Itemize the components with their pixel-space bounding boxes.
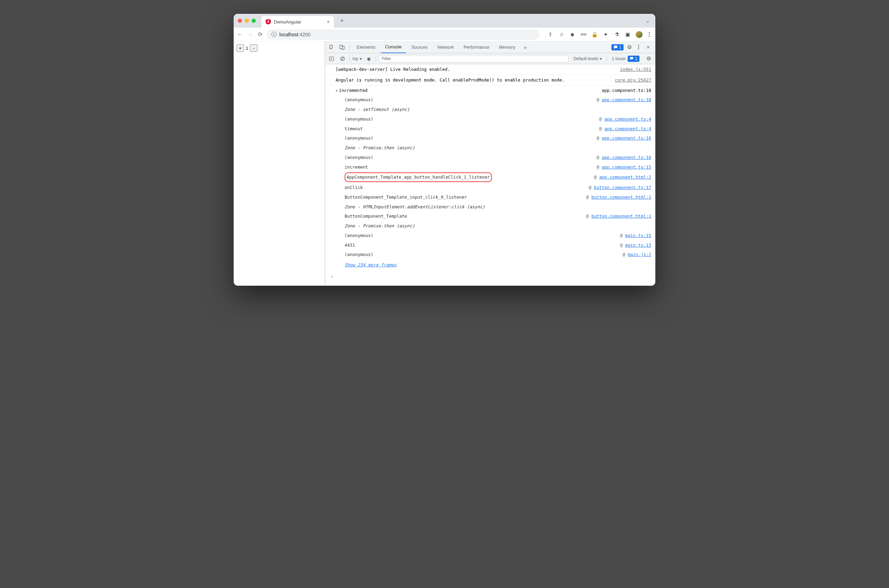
source-link[interactable]: index.js:551 xyxy=(620,65,651,74)
devtools-tabbar: Elements Console Sources Network Perform… xyxy=(325,42,655,53)
site-info-icon[interactable] xyxy=(271,32,276,37)
log-row: Angular is running in development mode. … xyxy=(325,75,655,86)
clear-console-icon[interactable] xyxy=(338,55,347,63)
log-message: [webpack-dev-server] Live Reloading enab… xyxy=(336,65,617,74)
increment-button[interactable]: + xyxy=(236,44,244,52)
source-link[interactable]: main.ts:13 xyxy=(625,243,651,248)
reader-icon[interactable]: ▣ xyxy=(625,32,631,38)
address-bar[interactable]: localhost:4200 xyxy=(266,29,539,40)
show-more-frames-link[interactable]: Show 234 more frames xyxy=(338,260,403,270)
devtools-panel: Elements Console Sources Network Perform… xyxy=(325,42,655,286)
context-selector[interactable]: top▾ xyxy=(353,56,362,61)
stack-frame: (anonymous) xyxy=(345,250,373,259)
tab-elements[interactable]: Elements xyxy=(353,42,380,53)
stack-frame: onClick xyxy=(345,183,363,192)
new-tab-button[interactable]: + xyxy=(337,17,347,24)
console-output: [webpack-dev-server] Live Reloading enab… xyxy=(325,64,655,286)
toolbar: ← → ⟳ localhost:4200 ⇪ ☆ ☻ 👓 🔒 ✦ ⚗ ▣ xyxy=(234,28,655,42)
stack-frame: (anonymous) xyxy=(345,231,373,240)
url-text: localhost:4200 xyxy=(279,32,310,37)
stack-frame: timeout xyxy=(345,125,363,133)
browser-window: DemoAngular × + ⌄ ← → ⟳ localhost:4200 ⇪… xyxy=(234,14,655,286)
tab-memory[interactable]: Memory xyxy=(495,42,520,53)
source-link[interactable]: button.component.html:1 xyxy=(592,195,651,200)
stack-frame-highlighted: AppComponent_Template_app_button_handleC… xyxy=(345,172,492,182)
tabs-dropdown-icon[interactable]: ⌄ xyxy=(646,18,651,24)
window-controls[interactable] xyxy=(238,19,256,23)
tab-console[interactable]: Console xyxy=(381,42,406,53)
sidebar-toggle-icon[interactable] xyxy=(327,55,336,63)
live-expression-icon[interactable]: ◉ xyxy=(365,55,373,63)
reload-button[interactable]: ⟳ xyxy=(258,31,262,38)
stack-frame: (anonymous) xyxy=(345,115,373,123)
close-tab-icon[interactable]: × xyxy=(327,19,330,24)
stack-frame: ButtonComponent_Template xyxy=(345,212,407,220)
console-prompt[interactable]: › xyxy=(325,270,655,286)
lock-extension-icon[interactable]: 🔒 xyxy=(592,32,598,38)
devtools-menu-icon[interactable] xyxy=(635,45,642,50)
source-link[interactable]: app.component.ts:18 xyxy=(602,86,651,94)
source-link[interactable]: app.component.ts:4 xyxy=(605,126,651,131)
zone-label: Zone - setTimeout (async) xyxy=(338,105,655,114)
stack-frame: 4431 xyxy=(345,241,355,249)
tab-sources[interactable]: Sources xyxy=(407,42,432,53)
console-settings-icon[interactable]: ⚙ xyxy=(644,55,653,62)
close-devtools-icon[interactable]: × xyxy=(643,44,653,51)
close-window-icon[interactable] xyxy=(238,19,242,23)
source-link[interactable]: app.component.html:2 xyxy=(599,174,651,180)
maximize-window-icon[interactable] xyxy=(252,19,256,23)
svg-line-4 xyxy=(341,57,344,60)
titlebar: DemoAngular × + ⌄ xyxy=(234,14,655,28)
source-link[interactable]: main.ts:15 xyxy=(625,233,651,238)
disclosure-triangle-icon[interactable]: ▼ xyxy=(336,89,337,93)
stack-frame: ButtonComponent_Template_input_click_0_l… xyxy=(345,193,467,201)
stack-frame: (anonymous) xyxy=(345,153,373,162)
source-link[interactable]: app.component.ts:16 xyxy=(602,155,651,160)
page-content: + 1 - xyxy=(234,42,325,286)
stack-frame: (anonymous) xyxy=(345,134,373,142)
bookmark-icon[interactable]: ☆ xyxy=(558,32,565,38)
group-label: incremented xyxy=(339,88,368,93)
device-toggle-icon[interactable] xyxy=(338,43,347,52)
back-button[interactable]: ← xyxy=(237,32,243,38)
browser-tab[interactable]: DemoAngular × xyxy=(261,16,334,28)
settings-icon[interactable]: ⚙ xyxy=(625,44,634,51)
labs-icon[interactable]: ⚗ xyxy=(614,32,620,38)
tab-network[interactable]: Network xyxy=(434,42,458,53)
source-link[interactable]: app.component.ts:4 xyxy=(605,116,651,122)
profile-avatar[interactable] xyxy=(636,31,643,38)
extensions-icon[interactable]: ✦ xyxy=(602,32,609,38)
zone-label: Zone - Promise.then (async) xyxy=(338,143,655,153)
decrement-button[interactable]: - xyxy=(250,44,257,52)
stack-frame: (anonymous) xyxy=(345,96,373,104)
angular-icon xyxy=(266,19,271,24)
minimize-window-icon[interactable] xyxy=(245,19,249,23)
browser-menu-icon[interactable] xyxy=(647,32,651,37)
log-message: Angular is running in development mode. … xyxy=(336,76,611,84)
source-link[interactable]: app.component.ts:18 xyxy=(602,97,651,102)
tab-title: DemoAngular xyxy=(274,20,324,24)
source-link[interactable]: core.mjs:25627 xyxy=(615,76,651,84)
extension-icon[interactable]: ☻ xyxy=(569,32,575,38)
zone-label: Zone - Promise.then (async) xyxy=(338,221,655,231)
source-link[interactable]: app.component.ts:16 xyxy=(602,135,651,141)
messages-badge[interactable]: 1 xyxy=(611,44,623,51)
share-icon[interactable]: ⇪ xyxy=(547,32,553,38)
inspect-icon[interactable] xyxy=(327,43,336,52)
more-tabs-icon[interactable]: » xyxy=(521,43,530,52)
log-levels-selector[interactable]: Default levels▾ xyxy=(571,56,604,61)
filter-input[interactable]: Filter xyxy=(379,55,569,63)
stack-frame: increment xyxy=(345,163,368,171)
source-link[interactable]: button.component.html:1 xyxy=(592,213,651,219)
log-group-header[interactable]: ▼incremented app.component.ts:18 xyxy=(325,86,655,95)
source-link[interactable]: main.js:2 xyxy=(628,252,651,257)
source-link[interactable]: button.component.ts:17 xyxy=(594,185,651,190)
tab-performance[interactable]: Performance xyxy=(460,42,493,53)
stack-trace: (anonymous)@ app.component.ts:18 Zone - … xyxy=(325,95,655,270)
counter-widget: + 1 - xyxy=(236,44,322,52)
issues-indicator[interactable]: 1 Issue: 1 xyxy=(610,56,641,62)
incognito-icon[interactable]: 👓 xyxy=(580,32,587,38)
zone-label: Zone - HTMLInputElement.addEventListener… xyxy=(338,202,655,212)
forward-button: → xyxy=(248,32,253,38)
source-link[interactable]: app.component.ts:15 xyxy=(602,165,651,170)
